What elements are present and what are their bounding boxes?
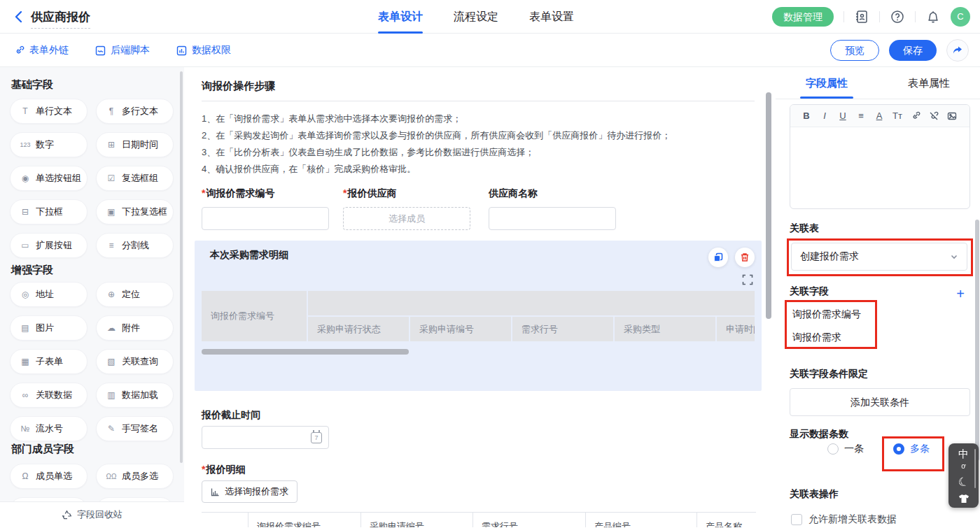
selected-subform-block[interactable]: 本次采购需求明细 询报价需求编号 采购申请行状态 采购申请编号 需求行号: [195, 241, 762, 391]
linked-data-icon: ∞: [20, 390, 31, 400]
pin-icon: ◎: [20, 290, 31, 299]
field-pill-image[interactable]: ▤图片: [10, 315, 88, 341]
relation-field-item[interactable]: 询报价需求编号: [792, 308, 861, 321]
back-icon[interactable]: [11, 9, 27, 24]
form-toolbar: 表单外链 后端脚本 数据权限 预览 保存: [0, 34, 980, 67]
add-relation-field-icon[interactable]: +: [956, 287, 965, 301]
supplier-name-input[interactable]: [489, 207, 616, 230]
font-size-icon[interactable]: Tᴛ: [888, 110, 906, 121]
italic-icon[interactable]: I: [816, 110, 834, 121]
preview-button[interactable]: 预览: [830, 40, 879, 61]
field-pill-address[interactable]: ◎地址: [10, 282, 88, 307]
section-basic-fields: 基础字段: [11, 78, 53, 92]
field-pill-divider[interactable]: ≡分割线: [96, 233, 174, 258]
subform-group-header: [308, 291, 755, 315]
add-condition-button[interactable]: 添加关联条件: [790, 388, 970, 416]
data-permission-link[interactable]: 数据权限: [176, 44, 231, 57]
detail-col: 需求行号: [473, 513, 586, 527]
panel-scrollbar[interactable]: [975, 220, 979, 461]
help-icon[interactable]: [890, 9, 905, 24]
field-pill-extend-button[interactable]: ▭扩展按钮: [10, 233, 88, 258]
relation-field-item[interactable]: 询报价需求: [792, 331, 841, 344]
steps-field-title[interactable]: 询报价操作步骤: [202, 80, 275, 93]
sidebar-scrollbar[interactable]: [180, 71, 183, 463]
quote-deadline-input[interactable]: 7: [202, 426, 329, 449]
field-pill-linked-query[interactable]: ▧关联查询: [96, 349, 174, 374]
field-pill-dropdown[interactable]: ⊟下拉框: [10, 199, 88, 224]
data-manage-button[interactable]: 数据管理: [772, 7, 834, 27]
field-pill-radio-group[interactable]: ◉单选按钮组: [10, 166, 88, 191]
allow-add-relation-checkbox[interactable]: 允许新增关联表数据: [791, 513, 897, 526]
ime-floating-toolbar[interactable]: 中 ơ ☾: [948, 443, 979, 508]
align-icon[interactable]: ≡: [852, 110, 870, 121]
field-pill-multi-text[interactable]: ¶多行文本: [96, 99, 174, 124]
field-recycle-bin[interactable]: 字段回收站: [0, 501, 184, 527]
relation-table-select[interactable]: 创建报价需求: [791, 243, 967, 271]
subform-col: 采购申请行状态: [308, 317, 409, 341]
field-pill-location[interactable]: ⊕定位: [96, 282, 174, 307]
field-pill-subform[interactable]: ▦子表单: [10, 349, 88, 374]
field-pill-serial-number[interactable]: №流水号: [10, 416, 88, 441]
insert-image-icon[interactable]: [943, 111, 961, 121]
form-external-link[interactable]: 表单外链: [14, 44, 69, 57]
fullscreen-icon[interactable]: [742, 274, 753, 285]
remove-link-icon[interactable]: [925, 111, 943, 121]
rich-text-editor[interactable]: B I U ≡ A Tᴛ: [790, 104, 970, 209]
tab-form-properties[interactable]: 表单属性: [878, 67, 980, 99]
image-icon: ▤: [20, 323, 31, 333]
field-pill-checkbox-group[interactable]: ☑复选框组: [96, 166, 174, 191]
pen-icon: ✎: [106, 424, 117, 434]
radio-many[interactable]: 多条: [893, 443, 930, 455]
serial-icon: №: [20, 424, 31, 434]
radio-one[interactable]: 一条: [827, 443, 864, 455]
inquiry-number-input[interactable]: [202, 207, 329, 230]
subform-horizontal-scrollbar[interactable]: [202, 349, 409, 355]
page-title[interactable]: 供应商报价: [31, 9, 90, 29]
backend-script-link[interactable]: 后端脚本: [95, 44, 150, 57]
save-button[interactable]: 保存: [889, 40, 937, 61]
field-pill-single-text[interactable]: T单行文本: [10, 99, 88, 124]
subform-col-inquiry-number: 询报价需求编号: [202, 291, 307, 341]
select-member-button[interactable]: 选择成员: [343, 207, 470, 230]
select-inquiry-demand-button[interactable]: 选择询报价需求: [202, 480, 298, 503]
field-pill-datetime[interactable]: ⊞日期时间: [96, 132, 174, 157]
shirt-icon[interactable]: [958, 494, 969, 504]
text-icon: T: [20, 106, 31, 116]
insert-link-icon[interactable]: [906, 111, 925, 121]
field-pill-member-single[interactable]: Ω成员单选: [10, 464, 88, 489]
share-button[interactable]: [946, 39, 969, 62]
crosshair-icon: ⊕: [106, 290, 117, 299]
subform-col: 采购类型: [615, 317, 715, 341]
canvas-scrollbar[interactable]: [766, 92, 771, 319]
field-pill-number[interactable]: 123数字: [10, 132, 88, 157]
avatar[interactable]: C: [951, 7, 970, 27]
delete-field-button[interactable]: [735, 248, 755, 267]
tab-form-design[interactable]: 表单设计: [378, 0, 423, 34]
contacts-icon[interactable]: [854, 9, 869, 24]
bell-icon[interactable]: [925, 9, 941, 24]
tab-flow-settings[interactable]: 流程设定: [454, 0, 498, 34]
font-color-icon[interactable]: A: [870, 110, 888, 121]
divider: [915, 11, 916, 22]
ime-tone-icon[interactable]: ơ: [961, 462, 966, 470]
field-pill-member-multi[interactable]: ΩΩ成员多选: [96, 464, 174, 489]
bold-icon[interactable]: B: [797, 110, 816, 121]
dropdown-icon: ⊟: [20, 207, 31, 217]
tab-field-properties[interactable]: 字段属性: [776, 67, 878, 99]
ime-lang-indicator[interactable]: 中: [958, 448, 969, 461]
field-pill-linked-data[interactable]: ∞关联数据: [10, 383, 88, 408]
detail-col-index: [202, 513, 248, 527]
moon-icon[interactable]: ☾: [956, 473, 972, 491]
divider-icon: ≡: [106, 241, 117, 250]
divider: [879, 11, 880, 22]
copy-field-button[interactable]: [708, 248, 728, 267]
field-pill-data-load[interactable]: ▥数据加载: [96, 383, 174, 408]
underline-icon[interactable]: U: [834, 110, 852, 121]
steps-description[interactable]: 1、在「询报价需求」表单从需求池中选择本次要询报价的需求； 2、在「采购发起询价…: [202, 110, 755, 178]
field-pill-signature[interactable]: ✎手写签名: [96, 416, 174, 441]
field-pill-attachment[interactable]: ☁附件: [96, 315, 174, 341]
tab-form-settings[interactable]: 表单设置: [529, 0, 574, 34]
relation-fields-label: 关联字段: [790, 285, 829, 298]
multi-dropdown-icon: ▣: [106, 207, 117, 217]
field-pill-multi-dropdown[interactable]: ▣下拉复选框: [96, 199, 174, 224]
